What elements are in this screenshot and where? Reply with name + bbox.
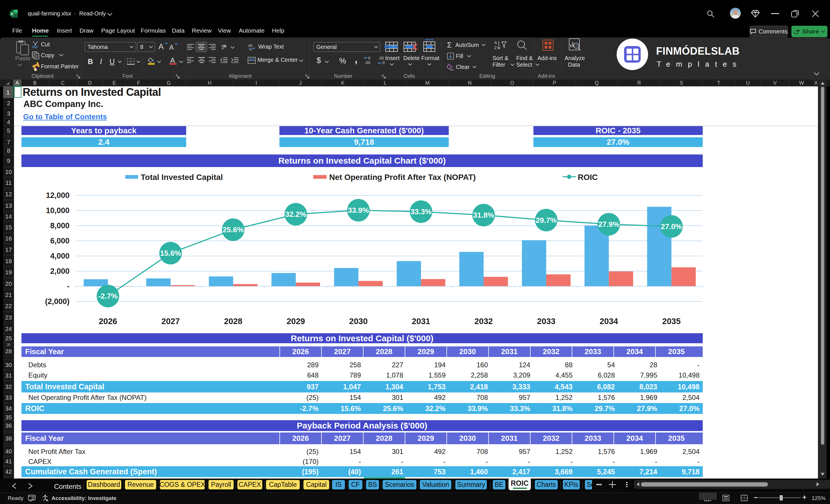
svg-text:33.9%: 33.9% xyxy=(348,206,369,215)
svg-text:4,000: 4,000 xyxy=(50,252,69,260)
svg-text:2032: 2032 xyxy=(475,317,493,326)
svg-text:2026: 2026 xyxy=(99,317,117,326)
svg-text:32.2%: 32.2% xyxy=(285,210,306,219)
svg-text:-2.7%: -2.7% xyxy=(98,292,118,300)
svg-text:29.7%: 29.7% xyxy=(536,216,557,224)
svg-text:31.8%: 31.8% xyxy=(473,211,494,219)
svg-text:2030: 2030 xyxy=(349,317,368,326)
svg-text:8,000: 8,000 xyxy=(50,221,69,230)
svg-text:2035: 2035 xyxy=(662,317,681,326)
svg-text:ROIC: ROIC xyxy=(578,173,598,182)
svg-text:2031: 2031 xyxy=(412,317,430,326)
svg-text:-: - xyxy=(67,282,69,291)
svg-text:2027: 2027 xyxy=(161,317,180,326)
svg-text:2034: 2034 xyxy=(600,317,618,326)
svg-text:10,000: 10,000 xyxy=(46,206,69,215)
svg-text:6,000: 6,000 xyxy=(50,237,69,245)
svg-text:15.6%: 15.6% xyxy=(160,249,181,257)
svg-text:2033: 2033 xyxy=(537,317,556,326)
svg-text:2029: 2029 xyxy=(287,317,305,326)
svg-text:(2,000): (2,000) xyxy=(45,297,69,306)
svg-text:Total Invested Capital: Total Invested Capital xyxy=(141,173,223,182)
svg-text:25.6%: 25.6% xyxy=(223,225,244,234)
svg-text:12,000: 12,000 xyxy=(46,191,69,200)
svg-text:2028: 2028 xyxy=(224,317,243,326)
svg-text:27.0%: 27.0% xyxy=(661,222,682,231)
svg-text:33.3%: 33.3% xyxy=(410,208,432,216)
svg-text:2,000: 2,000 xyxy=(50,267,69,276)
svg-text:Net Operating Profit After Tax: Net Operating Profit After Tax (NOPAT) xyxy=(329,173,476,182)
svg-text:27.9%: 27.9% xyxy=(598,220,619,228)
